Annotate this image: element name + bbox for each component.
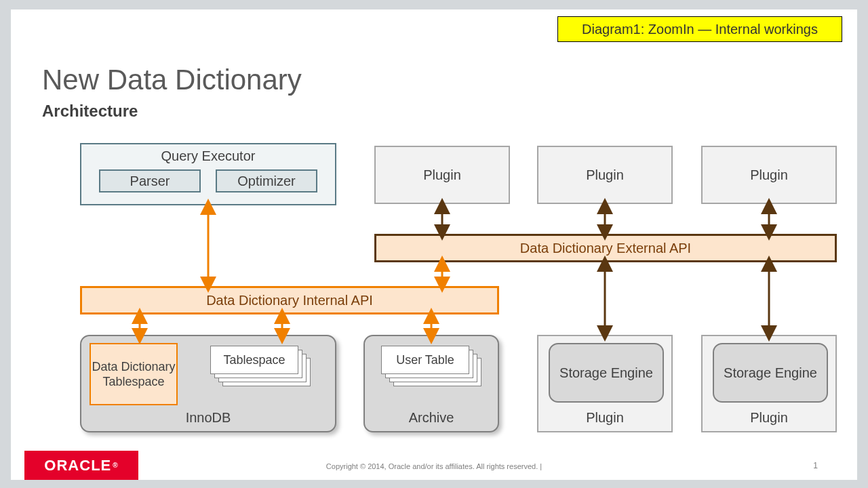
plugin-top-3: Plugin — [701, 146, 837, 204]
plugin-engine-2: Storage Engine Plugin — [701, 335, 837, 432]
slide-subtitle: Architecture — [42, 102, 138, 121]
dd-tablespace-box: Data Dictionary Tablespace — [90, 343, 178, 405]
plugin-engine-1-label: Plugin — [538, 410, 671, 426]
external-api-box: Data Dictionary External API — [374, 234, 837, 262]
archive-group: User Table Archive — [363, 335, 499, 432]
archive-label: Archive — [365, 410, 498, 426]
innodb-label: InnoDB — [81, 410, 335, 426]
plugin-top-1: Plugin — [374, 146, 510, 204]
query-executor-box: Query Executor Parser Optimizer — [80, 143, 336, 205]
page-number: 1 — [813, 461, 818, 470]
innodb-group: Data Dictionary Tablespace Tablespace In… — [80, 335, 336, 432]
storage-engine-1: Storage Engine — [549, 343, 664, 403]
plugin-engine-2-label: Plugin — [703, 410, 835, 426]
parser-box: Parser — [99, 169, 201, 192]
query-executor-label: Query Executor — [161, 148, 256, 164]
plugin-top-2: Plugin — [537, 146, 673, 204]
tablespace-card: Tablespace — [210, 346, 298, 374]
copyright-text: Copyright © 2014, Oracle and/or its affi… — [11, 462, 857, 470]
internal-api-box: Data Dictionary Internal API — [80, 286, 499, 314]
plugin-engine-1: Storage Engine Plugin — [537, 335, 673, 432]
optimizer-box: Optimizer — [216, 169, 317, 192]
tablespace-stack: Tablespace — [210, 346, 312, 388]
user-table-card: User Table — [381, 346, 469, 374]
diagram-banner: Diagram1: ZoomIn — Internal workings — [557, 16, 842, 42]
slide-title: New Data Dictionary — [42, 64, 302, 96]
storage-engine-2: Storage Engine — [713, 343, 828, 403]
usertable-stack: User Table — [381, 346, 483, 388]
